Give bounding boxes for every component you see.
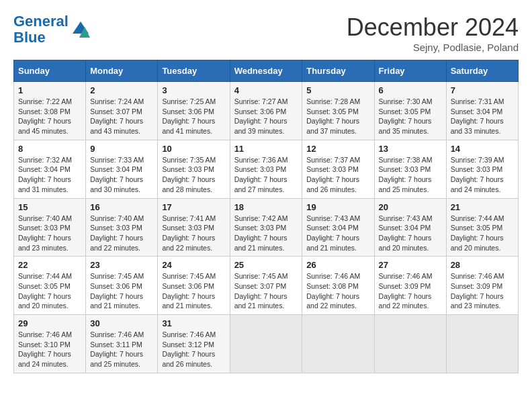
day-number: 20 <box>379 202 442 212</box>
col-friday: Friday <box>374 60 446 82</box>
day-info: Sunrise: 7:45 AM Sunset: 3:07 PM Dayligh… <box>234 271 298 311</box>
table-row: 17Sunrise: 7:41 AM Sunset: 3:03 PM Dayli… <box>158 198 230 257</box>
col-wednesday: Wednesday <box>230 60 302 82</box>
day-number: 1 <box>18 85 81 95</box>
table-row: 19Sunrise: 7:43 AM Sunset: 3:04 PM Dayli… <box>302 198 374 257</box>
day-info: Sunrise: 7:44 AM Sunset: 3:05 PM Dayligh… <box>451 214 514 253</box>
table-row: 26Sunrise: 7:46 AM Sunset: 3:08 PM Dayli… <box>302 257 374 315</box>
day-info: Sunrise: 7:45 AM Sunset: 3:06 PM Dayligh… <box>162 271 225 311</box>
table-row: 15Sunrise: 7:40 AM Sunset: 3:03 PM Dayli… <box>14 198 86 257</box>
day-number: 25 <box>234 260 298 270</box>
calendar-week-1: 1Sunrise: 7:22 AM Sunset: 3:08 PM Daylig… <box>14 82 519 140</box>
day-number: 19 <box>306 202 369 212</box>
table-row: 27Sunrise: 7:46 AM Sunset: 3:09 PM Dayli… <box>374 257 446 315</box>
col-thursday: Thursday <box>302 60 374 82</box>
day-info: Sunrise: 7:38 AM Sunset: 3:03 PM Dayligh… <box>379 155 442 195</box>
day-number: 8 <box>18 144 81 154</box>
day-info: Sunrise: 7:45 AM Sunset: 3:06 PM Dayligh… <box>90 271 153 311</box>
day-number: 3 <box>162 85 225 95</box>
day-number: 30 <box>90 318 153 328</box>
day-number: 16 <box>90 202 153 212</box>
day-number: 21 <box>451 202 514 212</box>
day-number: 7 <box>451 85 514 95</box>
col-tuesday: Tuesday <box>158 60 230 82</box>
day-info: Sunrise: 7:42 AM Sunset: 3:03 PM Dayligh… <box>234 214 298 253</box>
month-title: December 2024 <box>347 13 519 42</box>
table-row: 31Sunrise: 7:46 AM Sunset: 3:12 PM Dayli… <box>158 315 230 373</box>
day-number: 15 <box>18 202 81 212</box>
day-number: 24 <box>162 260 225 270</box>
title-block: December 2024 Sejny, Podlasie, Poland <box>347 13 519 53</box>
day-number: 12 <box>306 144 369 154</box>
day-info: Sunrise: 7:36 AM Sunset: 3:03 PM Dayligh… <box>234 155 298 195</box>
day-info: Sunrise: 7:24 AM Sunset: 3:07 PM Dayligh… <box>90 97 153 136</box>
table-row: 11Sunrise: 7:36 AM Sunset: 3:03 PM Dayli… <box>230 140 302 198</box>
day-info: Sunrise: 7:46 AM Sunset: 3:09 PM Dayligh… <box>379 271 442 311</box>
calendar-week-3: 15Sunrise: 7:40 AM Sunset: 3:03 PM Dayli… <box>14 198 519 257</box>
day-info: Sunrise: 7:44 AM Sunset: 3:05 PM Dayligh… <box>18 271 81 311</box>
day-info: Sunrise: 7:39 AM Sunset: 3:03 PM Dayligh… <box>451 155 514 195</box>
day-number: 22 <box>18 260 81 270</box>
table-row: 16Sunrise: 7:40 AM Sunset: 3:03 PM Dayli… <box>86 198 158 257</box>
calendar-week-4: 22Sunrise: 7:44 AM Sunset: 3:05 PM Dayli… <box>14 257 519 315</box>
day-number: 28 <box>451 260 514 270</box>
table-row: 6Sunrise: 7:30 AM Sunset: 3:05 PM Daylig… <box>374 82 446 140</box>
table-row: 22Sunrise: 7:44 AM Sunset: 3:05 PM Dayli… <box>14 257 86 315</box>
day-info: Sunrise: 7:37 AM Sunset: 3:03 PM Dayligh… <box>306 155 369 195</box>
day-number: 14 <box>451 144 514 154</box>
table-row: 5Sunrise: 7:28 AM Sunset: 3:05 PM Daylig… <box>302 82 374 140</box>
day-info: Sunrise: 7:31 AM Sunset: 3:04 PM Dayligh… <box>451 97 514 136</box>
day-info: Sunrise: 7:35 AM Sunset: 3:03 PM Dayligh… <box>162 155 225 195</box>
table-row <box>302 315 374 373</box>
table-row: 8Sunrise: 7:32 AM Sunset: 3:04 PM Daylig… <box>14 140 86 198</box>
day-info: Sunrise: 7:40 AM Sunset: 3:03 PM Dayligh… <box>18 214 81 253</box>
day-info: Sunrise: 7:40 AM Sunset: 3:03 PM Dayligh… <box>90 214 153 253</box>
calendar-week-5: 29Sunrise: 7:46 AM Sunset: 3:10 PM Dayli… <box>14 315 519 373</box>
table-row: 12Sunrise: 7:37 AM Sunset: 3:03 PM Dayli… <box>302 140 374 198</box>
day-number: 31 <box>162 318 225 328</box>
col-sunday: Sunday <box>14 60 86 82</box>
day-info: Sunrise: 7:46 AM Sunset: 3:11 PM Dayligh… <box>90 330 153 369</box>
day-info: Sunrise: 7:46 AM Sunset: 3:09 PM Dayligh… <box>451 271 514 311</box>
table-row: 21Sunrise: 7:44 AM Sunset: 3:05 PM Dayli… <box>446 198 518 257</box>
day-number: 4 <box>234 85 298 95</box>
day-info: Sunrise: 7:33 AM Sunset: 3:04 PM Dayligh… <box>90 155 153 195</box>
day-number: 10 <box>162 144 225 154</box>
day-number: 27 <box>379 260 442 270</box>
logo-text: GeneralBlue <box>13 13 69 46</box>
day-info: Sunrise: 7:46 AM Sunset: 3:08 PM Dayligh… <box>306 271 369 311</box>
day-number: 9 <box>90 144 153 154</box>
table-row: 29Sunrise: 7:46 AM Sunset: 3:10 PM Dayli… <box>14 315 86 373</box>
day-info: Sunrise: 7:41 AM Sunset: 3:03 PM Dayligh… <box>162 214 225 253</box>
day-info: Sunrise: 7:22 AM Sunset: 3:08 PM Dayligh… <box>18 97 81 136</box>
day-info: Sunrise: 7:43 AM Sunset: 3:04 PM Dayligh… <box>306 214 369 253</box>
table-row <box>230 315 302 373</box>
day-info: Sunrise: 7:25 AM Sunset: 3:06 PM Dayligh… <box>162 97 225 136</box>
day-info: Sunrise: 7:32 AM Sunset: 3:04 PM Dayligh… <box>18 155 81 195</box>
day-info: Sunrise: 7:28 AM Sunset: 3:05 PM Dayligh… <box>306 97 369 136</box>
day-info: Sunrise: 7:46 AM Sunset: 3:12 PM Dayligh… <box>162 330 225 369</box>
table-row: 4Sunrise: 7:27 AM Sunset: 3:06 PM Daylig… <box>230 82 302 140</box>
page-header: GeneralBlue December 2024 Sejny, Podlasi… <box>13 13 519 53</box>
logo-icon <box>71 20 90 39</box>
calendar-table: Sunday Monday Tuesday Wednesday Thursday… <box>13 60 519 373</box>
table-row: 18Sunrise: 7:42 AM Sunset: 3:03 PM Dayli… <box>230 198 302 257</box>
day-number: 23 <box>90 260 153 270</box>
header-row: Sunday Monday Tuesday Wednesday Thursday… <box>14 60 519 82</box>
table-row: 2Sunrise: 7:24 AM Sunset: 3:07 PM Daylig… <box>86 82 158 140</box>
table-row: 20Sunrise: 7:43 AM Sunset: 3:04 PM Dayli… <box>374 198 446 257</box>
col-monday: Monday <box>86 60 158 82</box>
day-number: 5 <box>306 85 369 95</box>
day-info: Sunrise: 7:27 AM Sunset: 3:06 PM Dayligh… <box>234 97 298 136</box>
table-row: 24Sunrise: 7:45 AM Sunset: 3:06 PM Dayli… <box>158 257 230 315</box>
day-info: Sunrise: 7:46 AM Sunset: 3:10 PM Dayligh… <box>18 330 81 369</box>
table-row: 30Sunrise: 7:46 AM Sunset: 3:11 PM Dayli… <box>86 315 158 373</box>
logo: GeneralBlue <box>13 13 90 46</box>
table-row: 23Sunrise: 7:45 AM Sunset: 3:06 PM Dayli… <box>86 257 158 315</box>
col-saturday: Saturday <box>446 60 518 82</box>
table-row: 13Sunrise: 7:38 AM Sunset: 3:03 PM Dayli… <box>374 140 446 198</box>
table-row: 3Sunrise: 7:25 AM Sunset: 3:06 PM Daylig… <box>158 82 230 140</box>
table-row: 28Sunrise: 7:46 AM Sunset: 3:09 PM Dayli… <box>446 257 518 315</box>
table-row: 14Sunrise: 7:39 AM Sunset: 3:03 PM Dayli… <box>446 140 518 198</box>
table-row: 10Sunrise: 7:35 AM Sunset: 3:03 PM Dayli… <box>158 140 230 198</box>
